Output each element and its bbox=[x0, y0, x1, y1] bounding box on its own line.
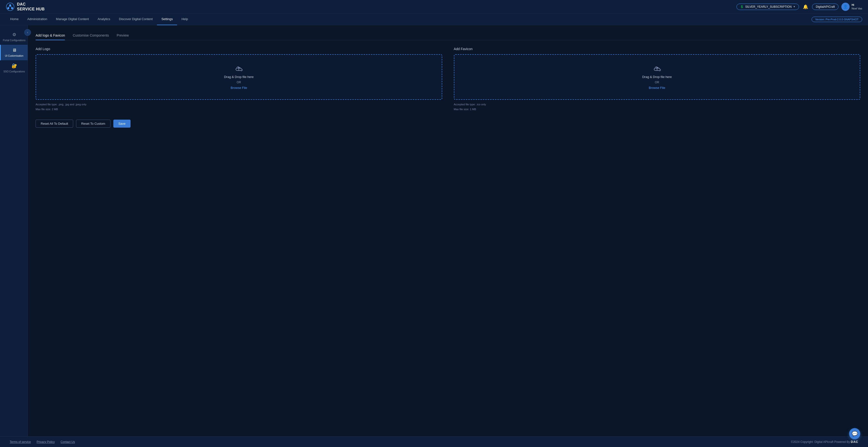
sidebar-item-label-ui: UI Customisation bbox=[5, 54, 23, 57]
logo-icon bbox=[6, 2, 14, 11]
logo-text: DAC SERVICE HUB bbox=[17, 2, 45, 11]
nav-home[interactable]: Home bbox=[6, 13, 23, 25]
favicon-upload-meta: Accepted file type: .ico only Max file s… bbox=[454, 102, 861, 112]
user-name: Noel Vas bbox=[851, 7, 862, 10]
logo-drag-text: Drag & Drop file here bbox=[224, 75, 254, 79]
logo-section-title: Add Logo bbox=[36, 47, 442, 51]
portal-config-icon: ⚙ bbox=[12, 32, 16, 37]
favicon-browse-link[interactable]: Browse File bbox=[649, 86, 665, 90]
digital-api-label: DigitalAPICraft bbox=[816, 5, 835, 8]
favicon-upload-zone[interactable]: Drag & Drop file here OR Browse File bbox=[454, 54, 861, 100]
save-button[interactable]: Save bbox=[113, 120, 131, 128]
nav-help[interactable]: Help bbox=[177, 13, 192, 25]
nav-bar: Home Administration Manage Digital Conte… bbox=[0, 13, 868, 25]
chat-button[interactable]: 💬 bbox=[849, 428, 860, 439]
favicon-max-size: Max file size: 1 MB bbox=[454, 107, 861, 112]
sidebar-toggle[interactable]: ‹ bbox=[24, 29, 31, 36]
logo-max-size: Max file size: 2 MB bbox=[36, 107, 442, 112]
main-layout: ‹ ⚙ Portal Configurations 🖥 UI Customisa… bbox=[0, 25, 868, 436]
ui-customisation-icon: 🖥 bbox=[12, 48, 17, 53]
favicon-drag-text: Drag & Drop file here bbox=[642, 75, 672, 79]
tab-preview[interactable]: Preview bbox=[117, 31, 129, 40]
action-buttons: Reset All To Default Reset To Custom Sav… bbox=[36, 120, 860, 128]
nav-links: Home Administration Manage Digital Conte… bbox=[6, 13, 192, 25]
sidebar-item-label-portal: Portal Configurations bbox=[3, 39, 25, 42]
tab-bar: Add logo & Favicon Customise Components … bbox=[36, 31, 860, 40]
subscription-button[interactable]: 💲 SILVER_YEARLY_SUBSCRIPTION ▼ bbox=[737, 4, 799, 10]
tab-customise-components[interactable]: Customise Components bbox=[73, 31, 109, 40]
footer-contact-us[interactable]: Contact Us bbox=[61, 440, 75, 444]
svg-point-1 bbox=[9, 4, 11, 6]
reset-to-custom-button[interactable]: Reset To Custom bbox=[76, 120, 110, 128]
sidebar: ‹ ⚙ Portal Configurations 🖥 UI Customisa… bbox=[0, 25, 28, 436]
sso-config-icon: 🔐 bbox=[11, 63, 17, 68]
sidebar-item-label-sso: SSO Configurations bbox=[3, 70, 25, 73]
sidebar-item-ui-customisation[interactable]: 🖥 UI Customisation bbox=[0, 45, 28, 60]
logo: DAC SERVICE HUB bbox=[6, 2, 45, 11]
user-greeting: Hi bbox=[851, 3, 862, 6]
sidebar-item-sso-configurations[interactable]: 🔐 SSO Configurations bbox=[0, 60, 28, 76]
reset-all-default-button[interactable]: Reset All To Default bbox=[36, 120, 73, 128]
cloud-upload-icon-logo bbox=[234, 64, 244, 73]
nav-administration[interactable]: Administration bbox=[23, 13, 52, 25]
logo-upload-section: Add Logo Drag & Drop file here OR Browse… bbox=[36, 47, 442, 112]
tab-add-logo-favicon[interactable]: Add logo & Favicon bbox=[36, 31, 65, 40]
chat-icon: 💬 bbox=[852, 431, 858, 437]
digital-api-button[interactable]: DigitalAPICraft bbox=[812, 4, 838, 10]
subscription-icon: 💲 bbox=[740, 5, 744, 8]
nav-discover-digital-content[interactable]: Discover Digital Content bbox=[115, 13, 157, 25]
subscription-label: SILVER_YEARLY_SUBSCRIPTION bbox=[745, 5, 792, 8]
logo-or-text: OR bbox=[237, 81, 241, 84]
cloud-upload-icon-favicon bbox=[652, 64, 662, 73]
version-badge: Version: Pre-Prod-2.0.0-SNAPSHOT bbox=[812, 17, 862, 22]
nav-analytics[interactable]: Analytics bbox=[93, 13, 115, 25]
favicon-file-type: Accepted file type: .ico only bbox=[454, 102, 861, 107]
logo-upload-zone[interactable]: Drag & Drop file here OR Browse File bbox=[36, 54, 442, 100]
svg-point-2 bbox=[7, 7, 9, 9]
svg-point-3 bbox=[11, 7, 13, 9]
svg-line-4 bbox=[8, 6, 10, 7]
notification-button[interactable]: 🔔 bbox=[802, 3, 809, 10]
svg-line-5 bbox=[10, 6, 12, 7]
bell-icon: 🔔 bbox=[803, 4, 808, 9]
footer-copyright: ©2024 Copyright: Digital APIcraft Powere… bbox=[791, 440, 858, 444]
user-info: Hi Noel Vas bbox=[851, 3, 862, 10]
favicon-section-title: Add Favicon bbox=[454, 47, 861, 51]
avatar: 👤 bbox=[841, 3, 849, 11]
user-menu[interactable]: 👤 Hi Noel Vas bbox=[841, 3, 862, 11]
nav-manage-digital-content[interactable]: Manage Digital Content bbox=[52, 13, 93, 25]
sidebar-item-portal-configurations[interactable]: ⚙ Portal Configurations bbox=[0, 29, 28, 45]
favicon-upload-section: Add Favicon Drag & Drop file here OR Bro… bbox=[454, 47, 861, 112]
upload-sections: Add Logo Drag & Drop file here OR Browse… bbox=[36, 47, 860, 112]
logo-file-type: Accepted file type: .png, .jpg and .jpeg… bbox=[36, 102, 442, 107]
footer: Terms of service Privacy Policy Contact … bbox=[0, 436, 868, 447]
footer-links: Terms of service Privacy Policy Contact … bbox=[10, 440, 75, 444]
nav-settings[interactable]: Settings bbox=[157, 13, 177, 25]
svg-point-0 bbox=[6, 3, 14, 11]
footer-terms-of-service[interactable]: Terms of service bbox=[10, 440, 31, 444]
favicon-or-text: OR bbox=[655, 81, 659, 84]
footer-brand: DAC bbox=[851, 440, 858, 444]
header-right: 💲 SILVER_YEARLY_SUBSCRIPTION ▼ 🔔 Digital… bbox=[737, 3, 862, 11]
footer-privacy-policy[interactable]: Privacy Policy bbox=[37, 440, 55, 444]
logo-upload-meta: Accepted file type: .png, .jpg and .jpeg… bbox=[36, 102, 442, 112]
header: DAC SERVICE HUB 💲 SILVER_YEARLY_SUBSCRIP… bbox=[0, 0, 868, 13]
main-content: Add logo & Favicon Customise Components … bbox=[28, 25, 868, 436]
chevron-down-icon: ▼ bbox=[793, 5, 796, 8]
logo-browse-link[interactable]: Browse File bbox=[230, 86, 247, 90]
footer-copyright-text: ©2024 Copyright: Digital APIcraft Powere… bbox=[791, 440, 850, 444]
